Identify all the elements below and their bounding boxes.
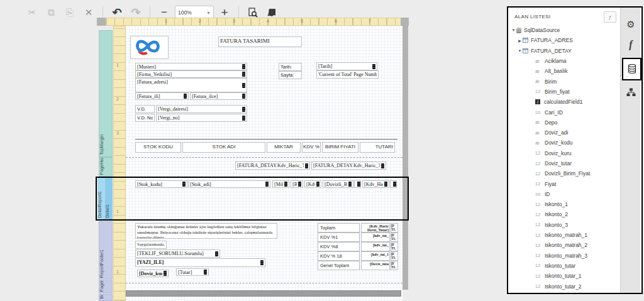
group-field-2[interactable]: [FATURA_DETAY.Kdv_Haric_Tutar]: [311, 161, 386, 170]
summary-row-currency[interactable]: [F TL: [391, 223, 398, 233]
field-list-item-fiyat[interactable]: 1.2Fiyat: [508, 178, 620, 189]
column-header-tutari[interactable]: TUTARI: [360, 142, 395, 153]
vd-label[interactable]: V.D.: [135, 105, 155, 113]
field-list-item-iskonto_matrah_1[interactable]: 1.2Iskonto_matrah_1: [508, 230, 620, 240]
summary-row-currency[interactable]: [F TL: [391, 242, 398, 251]
summary-row-value[interactable]: [kdv_tut_1: [361, 251, 390, 261]
column-header-stok-adi[interactable]: STOK ADI: [182, 142, 265, 153]
band-page-footer[interactable]: PageFooter1: [99, 280, 113, 293]
musteri-field[interactable]: [Musteri]: [135, 63, 247, 70]
band-report-footer[interactable]: ReportFooter1: [99, 221, 113, 280]
field-list-item-birim_fiyat[interactable]: 1.2Birim_fiyat: [508, 87, 620, 97]
detail-kdv[interactable]: [Kdv]: [304, 180, 321, 188]
tarih-label[interactable]: Tarih:: [279, 63, 302, 71]
summary-row-label[interactable]: Genel Toplam: [318, 261, 360, 270]
column-header-kdv[interactable]: KDV %: [302, 142, 321, 153]
footer-text[interactable]: Yukarıda istemiş olduğunuz ürünler için …: [135, 223, 277, 239]
field-list-item-cari_id[interactable]: 123Cari_ID: [508, 107, 620, 117]
column-header-birim-fiyati[interactable]: BIRIM FIYATI: [322, 142, 358, 153]
summary-row-label[interactable]: KDV %1: [318, 233, 360, 242]
page-numbers-field[interactable]: 'Current of Total' Page Numbers: [316, 70, 379, 79]
chevron-collapsed-icon[interactable]: ▶: [517, 38, 523, 43]
tutar-field[interactable]: [Tutar]: [176, 268, 209, 276]
summary-row-value[interactable]: [Doviz_tuta: [361, 261, 390, 270]
vdno-label[interactable]: V.D. No: [135, 114, 155, 122]
properties-gear-icon[interactable]: ⚙: [621, 16, 641, 33]
field-list-item-iskonto_matrah_3[interactable]: 1.2Iskonto_matrah_3: [508, 251, 620, 261]
detail-birim[interactable]: [Birim: [291, 180, 303, 188]
vergi-dairesi-field[interactable]: [Vergi_dairesi]: [156, 105, 247, 113]
field-list-item-iskonto_3[interactable]: 1.2Iskonto_3: [508, 220, 620, 230]
field-list-item-iskonto_1[interactable]: 1.2Iskonto_1: [508, 199, 620, 209]
copy-icon[interactable]: ⧉: [43, 4, 59, 21]
detail-stok-kodu[interactable]: [Stok_kodu]: [135, 180, 187, 188]
detail-dovizli-birim[interactable]: [Dovizli_Birim: [323, 180, 353, 188]
detail-d1[interactable]: [D: [354, 180, 361, 188]
band-detail[interactable]: Detail1: [105, 178, 113, 219]
field-list-item-doviz_tutar[interactable]: 1.2Doviz_tutar: [508, 158, 620, 168]
yazi-ile-field[interactable]: [YAZI_ILE]: [135, 258, 265, 267]
sayfa-label[interactable]: Sayfa:: [279, 71, 302, 79]
band-page-header[interactable]: PageHeader1: [99, 157, 113, 177]
group-field-1[interactable]: [FATURA_DETAY.Kdv_Haric_Tutar]: [235, 161, 310, 170]
teklif-sorumlu-field[interactable]: [TEKLIF_SORUMLU.Sorumlu]: [135, 249, 220, 258]
summary-row-currency[interactable]: [F TL: [391, 251, 398, 261]
field-list-item-fatura_adres[interactable]: ▶FATURA_ADRES: [508, 35, 620, 45]
field-list-item-fatura_detay[interactable]: ▼FATURA_DETAY: [508, 46, 620, 56]
summary-row-label[interactable]: Toplam: [318, 223, 360, 233]
field-list-item-sqldatasource[interactable]: ▼SqlDataSource: [508, 25, 620, 35]
delete-icon[interactable]: ✕: [80, 4, 97, 21]
field-list-item-id[interactable]: 123ID: [508, 189, 620, 199]
field-list-options-button[interactable]: ƒ: [604, 11, 616, 23]
field-list-item-iskonto_tutar_2[interactable]: 1.2Iskonto_tutar_2: [508, 281, 620, 291]
summary-row-value[interactable]: [kdv_tut_: [361, 242, 390, 251]
summary-row-label[interactable]: KDV % 18: [318, 251, 360, 261]
detail-d2[interactable]: [D: [390, 180, 397, 188]
column-header-stok-kodu[interactable]: STOK KODU: [135, 142, 181, 153]
chevron-expanded-icon[interactable]: ▼: [517, 49, 523, 53]
cut-icon[interactable]: ✂: [24, 4, 40, 21]
field-list-item-iskonto_matrah_2[interactable]: 1.2Iskonto_matrah_2: [508, 240, 620, 250]
band-top-margin[interactable]: TopMargin: [99, 30, 113, 157]
field-list-item-iskonto_tutar_1[interactable]: 1.2Iskonto_tutar_1: [508, 271, 620, 281]
field-list-item-iskonto_2[interactable]: 1.2Iskonto_2: [508, 209, 620, 219]
band-bottom-margin[interactable]: BottomMargin: [99, 294, 113, 301]
chevron-expanded-icon[interactable]: ▼: [511, 28, 516, 32]
column-header-miktar[interactable]: MIKTAR: [267, 142, 301, 153]
field-list-item-doviz_adi[interactable]: abDoviz_adi: [508, 128, 620, 138]
summary-row-currency[interactable]: [F TL: [391, 261, 398, 270]
firma-yetkilisi-field[interactable]: [Firma_Yetkilisi]: [135, 70, 247, 78]
band-detail-report[interactable]: DetailReport1: [97, 178, 105, 219]
expressions-icon[interactable]: f: [621, 36, 641, 53]
field-list-item-depo[interactable]: abDepo: [508, 118, 620, 128]
summary-row-currency[interactable]: [F TL: [391, 233, 398, 242]
field-list-item-doviz_kodu[interactable]: abDoviz_kodu: [508, 138, 620, 148]
fatura-adresi-field[interactable]: [Fatura_adresi]: [135, 78, 247, 92]
field-list-item-birim[interactable]: abBirim: [508, 76, 620, 86]
field-list-item-doviz_kuru[interactable]: 1.2Doviz_kuru: [508, 148, 620, 158]
field-list-item-dovizli_birim_fiyat[interactable]: 1.2Dovizli_Birim_Fiyat: [508, 168, 620, 178]
paste-icon[interactable]: ⎘: [62, 4, 78, 21]
fatura-ili-field[interactable]: [Fatura_ili]: [135, 92, 189, 100]
summary-row-value[interactable]: [kdv_tut_: [361, 233, 390, 242]
report-design-surface[interactable]: FATURA TASARIMI [Musteri] [Firma_Yetkili…: [126, 26, 402, 301]
report-explorer-icon[interactable]: [621, 84, 641, 101]
detail-kdv-haric[interactable]: [Kdv_Haric: [362, 180, 389, 188]
detail-miktar[interactable]: [Miktar]: [272, 180, 289, 188]
field-list-item-iskonto_tutar[interactable]: 1.2Iskonto_tutar: [508, 261, 620, 271]
saygilar-field[interactable]: Saygılarımızda.: [135, 241, 167, 249]
tarih-field[interactable]: [Tarih]: [316, 62, 377, 70]
detail-stok-adi[interactable]: [Stok_adi]: [188, 180, 270, 188]
field-list-icon[interactable]: [622, 58, 641, 80]
doviz-kuru-field[interactable]: [Doviz_kuru]: [137, 270, 169, 277]
field-list-item-calculatedfield1[interactable]: fcalculatedField1: [508, 97, 620, 107]
company-logo[interactable]: [130, 36, 169, 59]
report-title-field[interactable]: FATURA TASARIMI: [218, 36, 302, 47]
summary-row-label[interactable]: KDV %8: [318, 242, 360, 251]
vergi-no-field[interactable]: [Vergi_no]: [156, 114, 247, 122]
field-list-item-aciklama[interactable]: abAciklama: [508, 56, 620, 66]
fatura-ilce-field[interactable]: [Fatura_ilce]: [190, 92, 247, 100]
field-list-item-alt_baslik[interactable]: abAlt_baslik: [508, 66, 620, 76]
summary-row-value[interactable]: [Kdv_Haric Doviz_Tutar]: [361, 223, 390, 233]
collapse-panel-chevron-icon[interactable]: [633, 0, 641, 6]
